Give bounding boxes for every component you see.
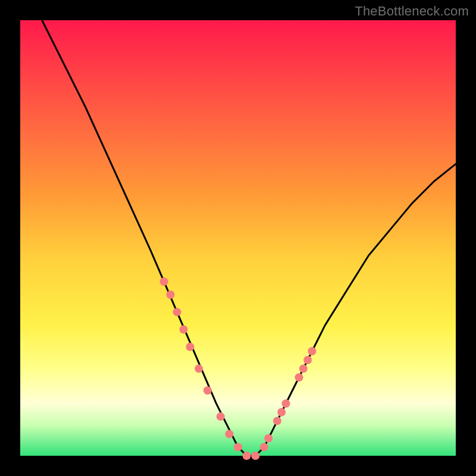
data-point: [173, 308, 181, 316]
bottleneck-curve: [42, 20, 456, 456]
data-point: [225, 430, 233, 438]
data-point: [186, 343, 195, 351]
data-point: [243, 452, 251, 460]
data-point: [260, 443, 268, 451]
data-point: [160, 277, 168, 286]
data-point: [234, 443, 242, 451]
watermark-text: TheBottleneck.com: [355, 4, 469, 19]
data-point: [295, 373, 303, 381]
plot-area: [20, 20, 456, 456]
data-point: [251, 452, 259, 460]
data-point: [282, 399, 290, 408]
data-point: [167, 290, 175, 299]
data-point: [195, 365, 203, 373]
data-point: [217, 412, 225, 421]
data-point: [180, 325, 188, 334]
data-point: [273, 416, 281, 425]
data-point: [203, 386, 212, 394]
data-point: [277, 408, 286, 416]
curve-svg: [20, 20, 456, 456]
data-point: [308, 347, 316, 355]
curve-markers: [160, 277, 317, 460]
data-point: [299, 365, 308, 373]
chart-frame: TheBottleneck.com: [0, 0, 476, 476]
data-point: [303, 356, 312, 364]
data-point: [264, 434, 273, 443]
